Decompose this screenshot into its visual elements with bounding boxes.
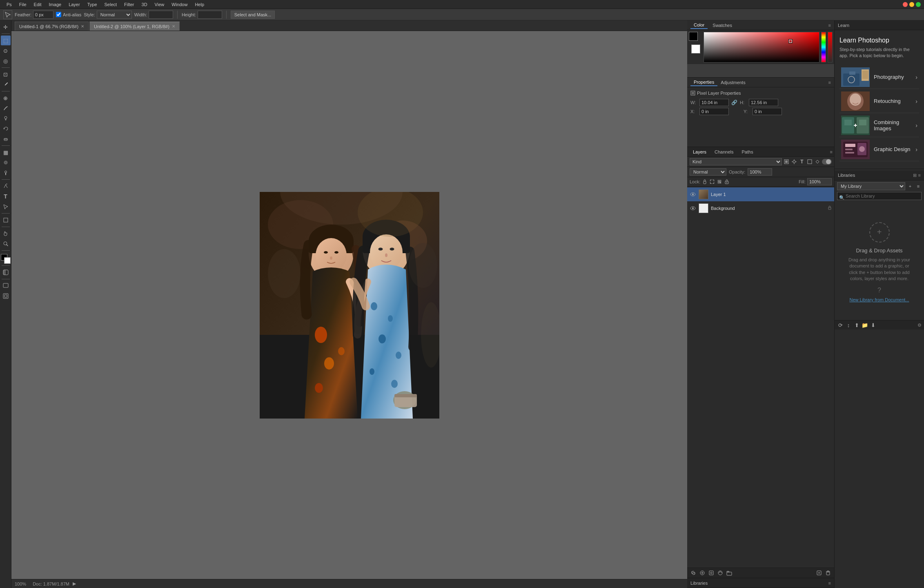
- library-dropdown[interactable]: My Library: [837, 182, 905, 190]
- document-tab-2[interactable]: Untitled-2 @ 100% (Layer 1, RGB/8#) ✕: [89, 22, 180, 31]
- menu-file[interactable]: File: [16, 1, 30, 8]
- new-group-btn[interactable]: [726, 569, 733, 577]
- learn-item-retouching[interactable]: Retouching ›: [839, 90, 919, 113]
- heal-tool[interactable]: ⊕: [1, 93, 11, 103]
- y-prop-input[interactable]: [753, 108, 782, 115]
- dodge-tool[interactable]: [1, 168, 11, 178]
- height-input[interactable]: [198, 11, 222, 19]
- filter-adjust-icon[interactable]: [791, 158, 797, 165]
- properties-tab[interactable]: Properties: [690, 79, 717, 86]
- window-close-btn[interactable]: [903, 2, 908, 7]
- lock-all-icon[interactable]: [724, 179, 730, 185]
- menu-window[interactable]: Window: [168, 1, 191, 8]
- menu-filter[interactable]: Filter: [121, 1, 137, 8]
- window-maximize-btn[interactable]: [916, 2, 921, 7]
- libs-add-icon[interactable]: +: [907, 183, 913, 189]
- swatches-tab[interactable]: Swatches: [709, 22, 735, 29]
- current-tool-icon[interactable]: [3, 10, 12, 19]
- filter-type-icon[interactable]: T: [799, 158, 805, 165]
- style-select[interactable]: Normal Fixed Ratio Fixed Size: [97, 11, 132, 19]
- layers-panel-menu[interactable]: ≡: [830, 149, 833, 154]
- frame-tool[interactable]: [1, 291, 11, 301]
- layer-item-background[interactable]: Background: [687, 201, 834, 215]
- history-brush-tool[interactable]: [1, 124, 11, 134]
- menu-layer[interactable]: Layer: [65, 1, 83, 8]
- add-style-btn[interactable]: [699, 569, 706, 577]
- filter-shape-icon[interactable]: [806, 158, 813, 165]
- quick-select-tool[interactable]: ◎: [1, 56, 11, 66]
- sort-icon[interactable]: ↕: [845, 322, 852, 328]
- new-layer-btn[interactable]: [815, 569, 823, 577]
- eyedropper-tool[interactable]: [1, 80, 11, 89]
- layer-item-layer1[interactable]: Layer 1: [687, 187, 834, 201]
- adjustments-tab[interactable]: Adjustments: [717, 79, 749, 86]
- libraries-inner-title[interactable]: Libraries: [838, 173, 855, 178]
- canvas-arrow[interactable]: ▶: [73, 581, 76, 586]
- menu-image[interactable]: Image: [46, 1, 65, 8]
- learn-item-combining[interactable]: Combining Images ›: [839, 114, 919, 137]
- canvas-viewport[interactable]: [11, 31, 687, 579]
- window-minimize-btn[interactable]: [909, 2, 914, 7]
- upload-icon[interactable]: ⬆: [853, 322, 860, 328]
- lasso-tool[interactable]: ⊙: [1, 46, 11, 56]
- folder-icon[interactable]: 📁: [862, 322, 868, 328]
- libraries-panel-menu[interactable]: ≡: [828, 581, 831, 586]
- delete-layer-btn[interactable]: [824, 569, 832, 577]
- new-fill-layer-btn[interactable]: [717, 569, 724, 577]
- new-library-link[interactable]: New Library from Document...: [849, 297, 909, 302]
- opacity-input[interactable]: [748, 168, 772, 176]
- menu-edit[interactable]: Edit: [31, 1, 45, 8]
- learn-item-graphic[interactable]: Graphic Design ›: [839, 138, 919, 161]
- document-tab-1[interactable]: Untitled-1 @ 66.7% (RGB/8#) ✕: [15, 22, 89, 31]
- eraser-tool[interactable]: [1, 134, 11, 144]
- lock-artboard-icon[interactable]: [709, 179, 715, 185]
- help-icon[interactable]: ?: [877, 287, 881, 294]
- color-panel-collapse[interactable]: ≡: [828, 23, 831, 28]
- learn-item-photography[interactable]: Photography ›: [839, 66, 919, 89]
- download-icon[interactable]: ⬇: [870, 322, 876, 328]
- zoom-tool[interactable]: [1, 239, 11, 249]
- brush-tool[interactable]: [1, 103, 11, 113]
- shape-tool[interactable]: [1, 215, 11, 225]
- x-prop-input[interactable]: [699, 108, 729, 115]
- alpha-slider[interactable]: [828, 32, 833, 62]
- hand-tool[interactable]: [1, 229, 11, 238]
- tab1-close[interactable]: ✕: [81, 24, 84, 29]
- tab-paths[interactable]: Paths: [738, 149, 757, 155]
- select-mask-button[interactable]: Select and Mask...: [231, 11, 275, 19]
- background-visibility[interactable]: [690, 205, 696, 212]
- background-color[interactable]: [4, 257, 11, 264]
- pen-tool[interactable]: [1, 181, 11, 191]
- lock-position-icon[interactable]: [702, 179, 708, 185]
- filter-toggle[interactable]: [822, 159, 832, 165]
- layers-kind-select[interactable]: Kind Name Effect Mode Attribute Color Sm…: [690, 158, 782, 165]
- learn-tab-title[interactable]: Learn: [838, 23, 849, 28]
- height-prop-input[interactable]: [749, 99, 778, 106]
- fill-input[interactable]: [807, 178, 832, 185]
- blend-mode-select[interactable]: Normal Dissolve Darken Multiply Color Bu…: [690, 168, 726, 176]
- gradient-tool[interactable]: ▦: [1, 147, 11, 157]
- menu-select[interactable]: Select: [101, 1, 120, 8]
- screen-mode-btn[interactable]: [1, 281, 11, 291]
- background-swatch[interactable]: [691, 45, 700, 53]
- menu-ps[interactable]: Ps: [3, 1, 15, 8]
- sync-icon[interactable]: ⟳: [837, 322, 844, 328]
- tab2-close[interactable]: ✕: [172, 24, 175, 29]
- foreground-swatch[interactable]: [689, 32, 698, 41]
- feather-input[interactable]: [33, 11, 53, 19]
- clone-tool[interactable]: [1, 114, 11, 123]
- width-input[interactable]: [149, 11, 173, 19]
- link-layers-btn[interactable]: [690, 569, 697, 577]
- library-search-input[interactable]: [837, 192, 922, 200]
- add-mask-btn[interactable]: [708, 569, 715, 577]
- marquee-tool[interactable]: ⬚: [1, 36, 11, 45]
- crop-tool[interactable]: ⊡: [1, 69, 11, 79]
- libs-list-icon[interactable]: ≡: [918, 173, 921, 178]
- props-panel-collapse[interactable]: ≡: [828, 80, 831, 85]
- photo-canvas[interactable]: [260, 192, 439, 419]
- width-prop-input[interactable]: [699, 99, 729, 106]
- text-tool[interactable]: T: [1, 192, 11, 201]
- move-tool[interactable]: ✛: [1, 22, 11, 32]
- libs-grid-icon[interactable]: ⊞: [913, 173, 917, 178]
- path-select-tool[interactable]: [1, 202, 11, 212]
